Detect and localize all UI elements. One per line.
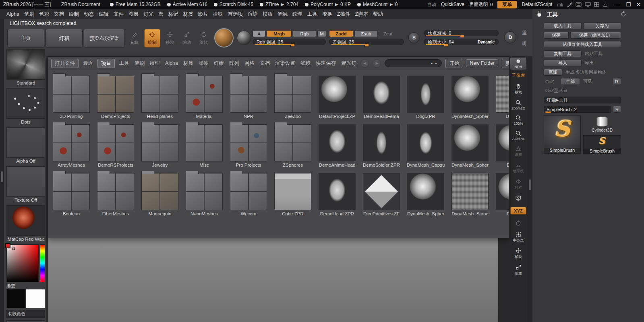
lightbox-item[interactable]: Jewelry (139, 122, 181, 170)
import-button[interactable]: 导入 (544, 60, 582, 66)
lightbox-item[interactable]: DynaMesh_Stone (449, 170, 491, 219)
make-polymesh-button[interactable]: 生成 多边形网格物体 (564, 69, 621, 76)
material-selector[interactable]: MatCap Red Wax (6, 205, 46, 242)
menu-item-首选项[interactable]: 首选项 (225, 10, 245, 19)
lightbox-item[interactable]: Wacom (228, 170, 269, 219)
lightbox-item[interactable]: DynaMesh_Spher (405, 170, 447, 219)
mrgb-mode-button[interactable]: Mrgb (267, 30, 292, 37)
simplebrush-tool[interactable]: S SimpleBrush (583, 135, 621, 154)
menu-item-拾取[interactable]: 拾取 (210, 10, 225, 19)
lightbox-item[interactable]: Cube.ZPR (272, 170, 314, 219)
lightbox-item[interactable]: Material (183, 73, 225, 122)
current-tool-slider[interactable]: SimpleBrush. 2 (544, 106, 611, 113)
load-tool-button[interactable]: 载入工具 (544, 23, 582, 29)
menu-item-Z脚本[interactable]: Z脚本 (353, 10, 371, 19)
menu-item-动态[interactable]: 动态 (81, 10, 96, 19)
scale-view-button[interactable]: 缩放 (509, 263, 527, 277)
edit-button[interactable]: Edit (127, 29, 142, 47)
texture-thumbnail[interactable] (6, 166, 45, 197)
hue-strip[interactable] (40, 244, 45, 282)
menu-item-渲染[interactable]: 渲染 (245, 10, 260, 19)
lightbox-tab-最近[interactable]: 最近 (82, 59, 94, 68)
lightbox-item[interactable]: Misc (183, 122, 225, 170)
preview-boolean-button[interactable]: 预览布尔渲染 (84, 29, 125, 47)
m-mode-button[interactable]: M (317, 30, 326, 37)
secondary-material-sphere[interactable] (237, 31, 251, 45)
menu-item-纹理[interactable]: 纹理 (290, 10, 305, 19)
lightbox-item[interactable]: Boolean (50, 170, 92, 219)
ui-transparency-slider[interactable]: 界面透明 0 (469, 2, 493, 8)
lightbox-item[interactable]: DemoHeadFema (360, 73, 402, 122)
lightbox-item[interactable]: DemoProjects (95, 73, 137, 122)
lightbox-tab-网格[interactable]: 网格 (244, 59, 255, 68)
maximize-button[interactable]: ❒ (626, 2, 631, 8)
menu-item-绘制[interactable]: 绘制 (66, 10, 81, 19)
lightbox-item[interactable]: DemoAnimeHead (316, 122, 358, 170)
rgb-mode-button[interactable]: Rgb (293, 30, 316, 37)
alpha-thumbnail[interactable] (6, 127, 45, 158)
refresh-icon[interactable] (620, 11, 627, 19)
menu-item-模版[interactable]: 模版 (260, 10, 275, 19)
draw-mode-button[interactable]: 绘制 (144, 29, 160, 47)
move-mode-button[interactable]: 移动 (162, 29, 178, 47)
menu-item-工具[interactable]: 工具 (305, 10, 320, 19)
goz-visible-button[interactable]: 可见 (582, 78, 598, 85)
tool-r-button[interactable]: R (613, 106, 621, 113)
menu-item-影片[interactable]: 影片 (195, 10, 210, 19)
export-button[interactable]: 导出 (583, 60, 621, 66)
lightbox-item[interactable]: Pro Projects (228, 122, 269, 170)
switch-color-button[interactable]: 切换颜色 (6, 310, 45, 318)
lightbox-item[interactable]: DynaMesh_Spher (449, 73, 491, 122)
symmetry-button[interactable]: 对称 (509, 177, 527, 192)
lightbox-tab-项目[interactable]: 项目 (97, 59, 115, 68)
brush-selector[interactable]: Standard (6, 49, 46, 85)
menu-item-标记[interactable]: 标记 (166, 10, 180, 19)
save-button[interactable]: 保存 (544, 32, 569, 39)
alpha-selector[interactable]: Alpha Off (6, 127, 46, 163)
lightbox-item[interactable]: NPR (228, 73, 269, 122)
xyz-button[interactable]: XYZ (510, 207, 526, 215)
search-input[interactable] (389, 61, 429, 66)
lightbox-tab-笔刷[interactable]: 笔刷 (134, 59, 145, 68)
perspective-button[interactable]: 透视 (509, 144, 527, 159)
pressure-bars-icon[interactable] (557, 2, 563, 7)
zoom2d-button[interactable]: Zoom2D (509, 98, 527, 111)
lightbox-item[interactable]: ArrayMeshes (50, 122, 92, 170)
cylinder3d-tool[interactable]: Cylinder3D (583, 115, 621, 134)
active-tool-thumbnail[interactable]: S SimpleBrush (544, 115, 581, 154)
menu-item-文件[interactable]: 文件 (111, 10, 126, 19)
clone-button[interactable]: 克隆 (544, 69, 562, 76)
lightbox-tab-滤镜[interactable]: 滤镜 (300, 59, 311, 68)
rotate-view-button[interactable] (509, 219, 527, 228)
lightbox-item[interactable]: DynaW (493, 122, 509, 170)
goz-r-button[interactable]: R (612, 78, 621, 85)
menu-item-笔刷[interactable]: 笔刷 (22, 10, 37, 19)
document-canvas[interactable] (48, 238, 498, 322)
lightbox-item[interactable]: DemoHead.ZPR (316, 170, 358, 219)
lightbox-item[interactable]: DemoSoldier.ZPR (360, 122, 402, 170)
lightbox-item[interactable]: DynaMesh_Spher (449, 122, 491, 170)
zsub-button[interactable]: Zsub (354, 30, 378, 37)
stroke-s-button[interactable]: S (408, 32, 420, 43)
center-point-button[interactable]: 中心点 (509, 230, 527, 244)
menu-item-笔触[interactable]: 笔触 (275, 10, 290, 19)
lightbox-tab-聚光灯[interactable]: 聚光灯 (340, 59, 357, 68)
lightbox-item[interactable]: ZeeZoo (272, 73, 314, 122)
lightbox-item[interactable]: DemoRSProjects (95, 122, 137, 170)
rotate-mode-button[interactable]: 旋转 (196, 29, 212, 47)
color-picker[interactable] (6, 244, 45, 282)
menu-item-宏[interactable]: 宏 (156, 10, 166, 19)
local-view-button[interactable] (509, 194, 527, 202)
goz-all-button[interactable]: 全部 (561, 78, 580, 85)
lightbox-item[interactable]: 3D Printing (50, 73, 92, 122)
texture-selector[interactable]: Texture Off (6, 166, 46, 202)
grid-icon[interactable] (594, 2, 599, 7)
lightbox-tab-纤维[interactable]: 纤维 (213, 59, 225, 68)
alpha-mode-button[interactable]: A (253, 30, 265, 37)
paste-tool-button[interactable]: 粘贴工具 (583, 50, 621, 57)
new-folder-button[interactable]: New Folder (466, 59, 498, 67)
load-from-project-button[interactable]: 从项目文件载入工具 (544, 41, 621, 48)
default-zscript-button[interactable]: DefaultZScript (522, 2, 552, 7)
bpr-render-button[interactable]: BPR (510, 57, 527, 70)
lightbox-tab-工具[interactable]: 工具 (118, 59, 130, 68)
